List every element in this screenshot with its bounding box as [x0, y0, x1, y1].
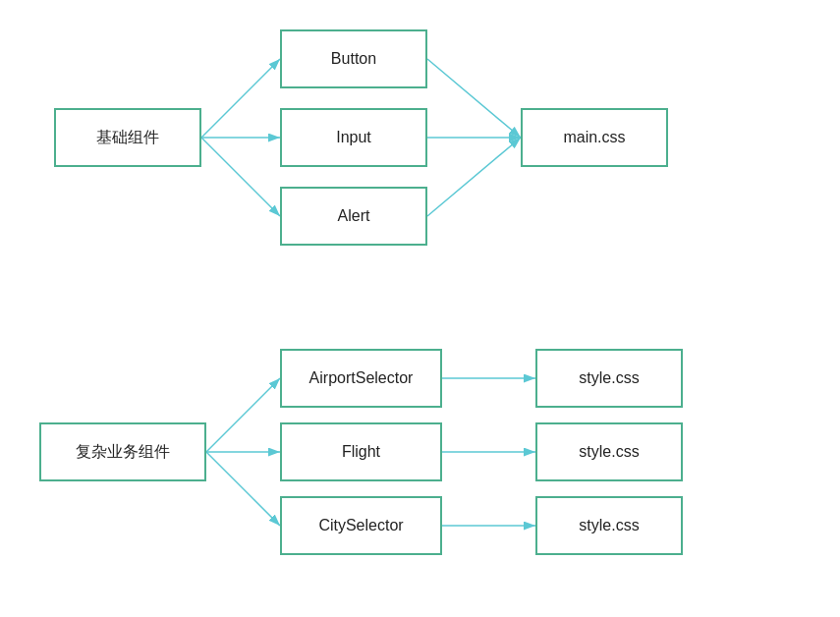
svg-line-7 [206, 378, 280, 452]
box-basic: 基础组件 [54, 108, 201, 167]
diagram: 基础组件ButtonInputAlertmain.css复杂业务组件Airpor… [0, 0, 840, 617]
box-input: Input [280, 108, 427, 167]
box-airport: AirportSelector [280, 349, 442, 408]
box-stylecss1: style.css [535, 349, 683, 408]
svg-line-3 [201, 138, 280, 216]
svg-line-9 [206, 452, 280, 526]
box-maincss: main.css [521, 108, 668, 167]
box-button: Button [280, 29, 427, 88]
svg-line-1 [201, 59, 280, 138]
box-complex: 复杂业务组件 [39, 422, 206, 481]
box-stylecss3: style.css [535, 496, 683, 555]
box-alert: Alert [280, 187, 427, 246]
svg-line-4 [427, 59, 521, 138]
svg-line-6 [427, 138, 521, 216]
box-city: CitySelector [280, 496, 442, 555]
box-flight: Flight [280, 422, 442, 481]
box-stylecss2: style.css [535, 422, 683, 481]
